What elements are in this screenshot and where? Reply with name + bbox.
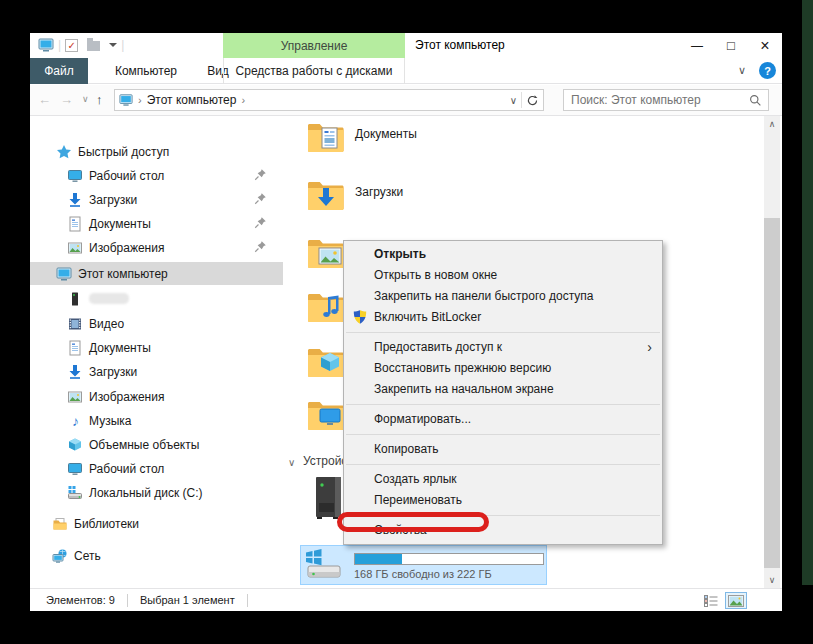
forward-icon[interactable]: →	[60, 92, 73, 107]
search-box	[563, 89, 769, 111]
sidebar-item-label: Загрузки	[89, 365, 137, 379]
close-button[interactable]: ×	[748, 33, 782, 58]
breadcrumb-this-pc[interactable]: Этот компьютер	[147, 93, 237, 107]
tab-computer-label: Компьютер	[115, 64, 177, 78]
up-icon[interactable]: ↑	[96, 92, 103, 107]
sidebar-item-documents[interactable]: Документы	[30, 212, 283, 235]
titlebar[interactable]: | ✓ | Управление Этот компьютер — □ ×	[30, 33, 782, 58]
document-icon	[67, 340, 84, 356]
pictures-icon	[67, 389, 84, 405]
local-disk-icon	[67, 485, 84, 501]
menu-separator	[346, 434, 660, 435]
menu-item-give-access[interactable]: Предоставить доступ к ›	[344, 337, 662, 358]
libraries-icon	[52, 516, 69, 532]
ribbon-tab-row: Файл Компьютер Вид Средства работы с дис…	[30, 58, 782, 84]
menu-item-label: Закрепить на панели быстрого доступа	[374, 289, 594, 303]
sidebar-item-label: Сеть	[74, 549, 101, 563]
menu-item-label: Открыть в новом окне	[374, 268, 497, 282]
status-bar-left: Элементов: 9 Выбран 1 элемент	[46, 589, 248, 611]
vertical-scrollbar[interactable]: ∧ ∨	[764, 116, 780, 588]
back-icon[interactable]: ←	[38, 92, 51, 107]
ribbon-collapse-icon[interactable]: ∨	[738, 64, 746, 77]
folder-downloads-icon	[307, 178, 345, 216]
sidebar-item-label: Загрузки	[89, 193, 137, 207]
menu-item-create-shortcut[interactable]: Создать ярлык	[344, 469, 662, 490]
menu-item-rename[interactable]: Переименовать	[344, 490, 662, 511]
tab-computer[interactable]: Компьютер	[96, 58, 196, 84]
menu-item-format[interactable]: Форматировать...	[344, 409, 662, 430]
help-icon[interactable]: ?	[759, 62, 776, 79]
manage-contextual-tab[interactable]: Управление	[223, 33, 405, 58]
scroll-down-icon[interactable]: ∨	[764, 575, 780, 585]
menu-item-pin-to-start[interactable]: Закрепить на начальном экране	[344, 379, 662, 400]
sidebar-item-label: Быстрый доступ	[78, 145, 169, 159]
menu-item-copy[interactable]: Копировать	[344, 439, 662, 460]
folder-pictures-icon	[307, 236, 345, 274]
menu-item-restore-previous[interactable]: Восстановить прежнюю версию	[344, 358, 662, 379]
menu-separator	[346, 332, 660, 333]
search-icon[interactable]	[749, 94, 762, 107]
menu-separator	[346, 464, 660, 465]
pictures-icon	[67, 240, 84, 256]
sidebar-item-desktop-2[interactable]: Рабочий стол	[30, 457, 283, 480]
submenu-arrow-icon: ›	[647, 337, 652, 358]
sidebar-item-documents-2[interactable]: Документы	[30, 336, 283, 359]
sidebar-item-quick-access[interactable]: Быстрый доступ	[30, 140, 283, 163]
manage-tab-label: Управление	[281, 39, 348, 53]
refresh-icon[interactable]	[526, 94, 539, 107]
folder-desktop-icon	[307, 398, 345, 436]
tab-file[interactable]: Файл	[30, 58, 88, 84]
sidebar-item-local-disk-c[interactable]: Локальный диск (C:)	[30, 481, 283, 504]
group-collapse-icon[interactable]: ∨	[288, 457, 295, 468]
details-view-button[interactable]	[700, 592, 722, 609]
sidebar-item-pictures[interactable]: Изображения	[30, 236, 283, 259]
sidebar-item-desktop[interactable]: Рабочий стол	[30, 164, 283, 187]
menu-item-pin-quick-access[interactable]: Закрепить на панели быстрого доступа	[344, 286, 662, 307]
tab-disk-tools[interactable]: Средства работы с дисками	[223, 58, 405, 84]
sidebar-item-label: Документы	[89, 217, 151, 231]
sidebar-item-this-pc[interactable]: Этот компьютер	[30, 262, 283, 285]
desktop-icon	[67, 461, 84, 477]
sidebar-item-downloads[interactable]: Загрузки	[30, 188, 283, 211]
sidebar-item-network[interactable]: Сеть	[30, 544, 283, 567]
disk-tile-local-disk[interactable]: 168 ГБ свободно из 222 ГБ	[300, 545, 547, 585]
thumbnail-view-button[interactable]	[725, 592, 747, 609]
sidebar-item-libraries[interactable]: Библиотеки	[30, 512, 283, 535]
minimize-button[interactable]: —	[680, 33, 714, 58]
scroll-up-icon[interactable]: ∧	[764, 119, 780, 129]
address-bar[interactable]: › Этот компьютер › ∨	[114, 89, 544, 111]
cube-icon	[67, 437, 84, 453]
red-highlight-annotation	[337, 512, 489, 532]
recent-locations-caret-icon[interactable]: ∨	[82, 94, 89, 104]
this-pc-small-icon	[119, 93, 133, 107]
menu-item-open[interactable]: Открыть	[344, 244, 662, 265]
new-folder-quick-icon[interactable]	[87, 41, 100, 51]
search-input[interactable]	[564, 90, 746, 110]
scrollbar-thumb[interactable]	[764, 218, 780, 568]
maximize-button[interactable]: □	[714, 33, 748, 58]
computer-icon	[56, 266, 73, 282]
status-separator	[127, 594, 128, 607]
sidebar-item-3d-objects[interactable]: Объемные объекты	[30, 433, 283, 456]
sidebar-item-pictures-2[interactable]: Изображения	[30, 385, 283, 408]
properties-quick-icon[interactable]: ✓	[65, 39, 78, 52]
folder-label: Загрузки	[355, 185, 403, 199]
sidebar-item-label: Музыка	[89, 414, 131, 428]
pin-icon	[254, 216, 267, 232]
sidebar-item-label: Локальный диск (C:)	[89, 486, 203, 500]
star-icon	[56, 144, 73, 160]
items-count: Элементов: 9	[46, 594, 115, 606]
address-dropdown-icon[interactable]: ∨	[510, 95, 517, 106]
customize-toolbar-caret-icon[interactable]	[109, 43, 117, 47]
menu-item-open-new-window[interactable]: Открыть в новом окне	[344, 265, 662, 286]
menu-item-enable-bitlocker[interactable]: Включить BitLocker	[344, 307, 662, 328]
folder-documents-icon	[307, 120, 345, 158]
sidebar-item-label: Рабочий стол	[89, 462, 164, 476]
sidebar-item-label: Документы	[89, 341, 151, 355]
sidebar-item-music[interactable]: ♪ Музыка	[30, 409, 283, 432]
breadcrumb-separator: ›	[138, 94, 142, 106]
sidebar-item-videos[interactable]: Видео	[30, 312, 283, 335]
sidebar-item-redacted-pc[interactable]	[30, 287, 283, 310]
sidebar-item-downloads-2[interactable]: Загрузки	[30, 360, 283, 383]
quick-access-toolbar: | ✓ |	[38, 37, 128, 53]
